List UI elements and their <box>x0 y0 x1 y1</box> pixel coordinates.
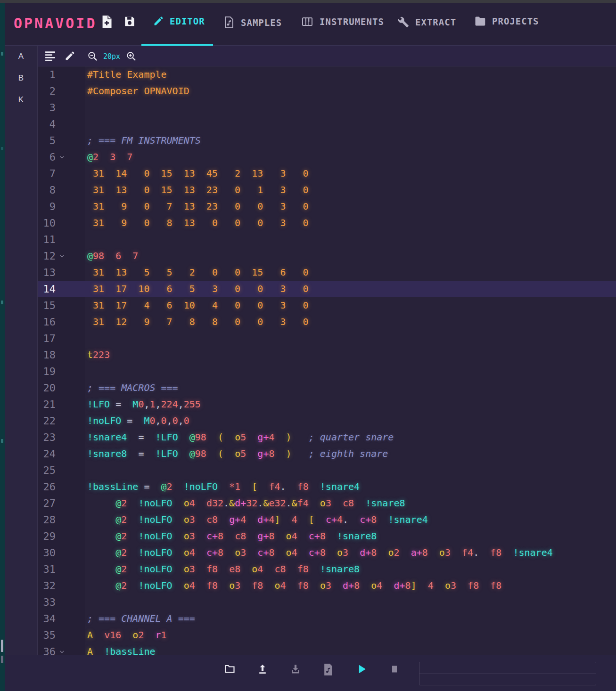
code-line[interactable] <box>85 99 616 116</box>
upload-button[interactable] <box>257 663 268 675</box>
sidebar-item-channel-k[interactable]: K <box>5 89 37 111</box>
code-token: 255 <box>184 398 201 410</box>
tab-projects[interactable]: PROJECTS <box>475 16 539 26</box>
code-token <box>246 514 257 525</box>
code-line[interactable]: !snare4 = !LFO @98 ( o5 g+4 ) ; quarter … <box>85 429 616 446</box>
code-token: f8 <box>252 580 263 591</box>
code-token: !bassLine <box>87 481 138 492</box>
code-line[interactable]: @2 3 7 <box>85 149 616 165</box>
code-token: , <box>144 398 149 410</box>
chevron-down-icon[interactable] <box>59 649 65 655</box>
sidebar-item-channel-b[interactable]: B <box>5 67 37 89</box>
code-token <box>127 563 138 575</box>
code-line[interactable]: @2 !noLFO o4 f8 o3 f8 o4 f8 o3 d+8 o4 d+… <box>85 577 616 594</box>
download-button[interactable] <box>290 663 301 675</box>
gutter-row: 31 <box>38 561 85 577</box>
code-line[interactable]: #Composer OPNAVOID <box>85 83 616 99</box>
code-editor[interactable]: #Title Example#Composer OPNAVOID; === FM… <box>85 66 616 655</box>
align-left-button[interactable] <box>44 51 56 62</box>
code-token: o <box>252 563 257 575</box>
code-line[interactable]: t223 <box>85 347 616 363</box>
tab-editor[interactable]: EDITOR <box>153 16 205 26</box>
code-token <box>246 431 257 443</box>
code-line[interactable]: !LFO = M0,1,224,255 <box>85 396 616 413</box>
code-line[interactable]: @2 !noLFO o4 d32.&d+32.&e32.&f4 o3 c8 !s… <box>85 495 616 512</box>
code-line[interactable]: 31 9 0 7 13 23 0 0 3 0 <box>85 198 616 215</box>
code-token <box>309 481 320 492</box>
play-button[interactable] <box>356 663 367 675</box>
chevron-down-icon[interactable] <box>59 253 65 259</box>
code-line[interactable]: @2 !noLFO o4 c+8 o3 c+8 o4 c+8 o3 d+8 o2… <box>85 545 616 561</box>
code-token <box>223 448 235 459</box>
code-token <box>257 481 269 492</box>
open-folder-button[interactable] <box>224 663 235 675</box>
code-token: . <box>223 497 229 509</box>
code-line[interactable] <box>85 330 616 347</box>
sidebar-item-channel-a[interactable]: A <box>5 46 37 67</box>
code-line[interactable]: A v16 o2 r1 <box>85 627 616 643</box>
code-token: d+ <box>394 580 405 591</box>
code-line[interactable] <box>85 231 616 248</box>
zoom-in-button[interactable] <box>126 51 137 62</box>
tab-label: PROJECTS <box>492 16 539 26</box>
side-rail <box>0 3 5 691</box>
code-line[interactable]: 31 12 9 7 8 8 0 0 3 0 <box>85 314 616 330</box>
code-token: ; === CHANNEL A === <box>87 613 195 624</box>
code-line[interactable] <box>85 462 616 479</box>
code-token: o <box>388 547 394 558</box>
code-line[interactable] <box>85 594 616 610</box>
code-token: 2 <box>121 514 127 525</box>
font-size-label: 20px <box>103 52 120 61</box>
code-line[interactable]: ; === CHANNEL A === <box>85 610 616 627</box>
stop-icon <box>389 663 400 675</box>
code-line[interactable]: 31 17 10 6 5 3 0 0 3 0 <box>85 281 616 297</box>
code-line[interactable]: @2 !noLFO o3 c8 g+4 d+4] 4 [ c+4. c+8 !s… <box>85 512 616 528</box>
code-line[interactable]: @98 6 7 <box>85 248 616 264</box>
new-file-button[interactable] <box>100 15 113 29</box>
tab-samples[interactable]: SAMPLES <box>223 16 282 29</box>
code-line[interactable]: @2 !noLFO o3 c+8 c8 g+8 o4 c+8 !snare8 <box>85 528 616 545</box>
stop-button[interactable] <box>389 663 400 675</box>
code-line[interactable]: #Title Example <box>85 66 616 83</box>
code-token <box>127 514 138 525</box>
export-audio-button[interactable] <box>323 663 334 675</box>
code-token <box>172 530 184 542</box>
gutter-row: 20 <box>38 380 85 396</box>
zoom-out-button[interactable] <box>87 51 98 62</box>
chevron-down-icon[interactable] <box>59 154 65 160</box>
line-number: 7 <box>38 168 56 179</box>
code-line[interactable]: 31 14 0 15 13 45 2 13 3 0 <box>85 165 616 182</box>
line-number: 8 <box>38 184 56 196</box>
code-token <box>144 629 155 641</box>
code-token: o <box>235 448 240 459</box>
rail-scroll-thumb[interactable] <box>1 640 3 652</box>
code-token: o <box>235 547 240 558</box>
code-token: e32 <box>269 497 286 509</box>
code-token: c8 <box>343 497 354 509</box>
code-line[interactable]: 31 17 4 6 10 4 0 0 3 0 <box>85 297 616 314</box>
code-line[interactable] <box>85 363 616 380</box>
line-number: 23 <box>38 431 56 443</box>
code-token: 4 <box>337 514 343 525</box>
edit-mode-button[interactable] <box>65 51 75 61</box>
code-line[interactable]: !bassLine = @2 !noLFO *1 [ f4. f8 !snare… <box>85 479 616 495</box>
tab-instruments[interactable]: INSTRUMENTS <box>301 16 384 27</box>
code-line[interactable]: !noLFO = M0,0,0,0 <box>85 413 616 429</box>
tab-extract[interactable]: EXTRACT <box>397 16 456 28</box>
code-line[interactable]: !snare8 = !LFO @98 ( o5 g+8 ) ; eighth s… <box>85 446 616 462</box>
save-button[interactable] <box>123 15 136 28</box>
code-token: 3 <box>451 580 456 591</box>
code-line[interactable]: ; === FM INSTRUMENTS <box>85 132 616 149</box>
code-line[interactable]: A !bassLine <box>85 643 616 655</box>
gutter-row: 19 <box>38 363 85 380</box>
code-line[interactable]: 31 9 0 8 13 0 0 0 3 0 <box>85 215 616 231</box>
code-line[interactable] <box>85 116 616 132</box>
code-token: !snare8 <box>337 530 377 542</box>
code-line[interactable]: 31 13 0 15 13 23 0 1 3 0 <box>85 182 616 198</box>
code-token: 8 <box>422 547 428 558</box>
code-line[interactable]: @2 !noLFO o3 f8 e8 o4 c8 f8 !snare8 <box>85 561 616 577</box>
code-token: 4 <box>269 431 274 443</box>
code-line[interactable]: 31 13 5 5 2 0 0 15 6 0 <box>85 264 616 281</box>
code-token <box>417 580 428 591</box>
code-line[interactable]: ; === MACROS === <box>85 380 616 396</box>
